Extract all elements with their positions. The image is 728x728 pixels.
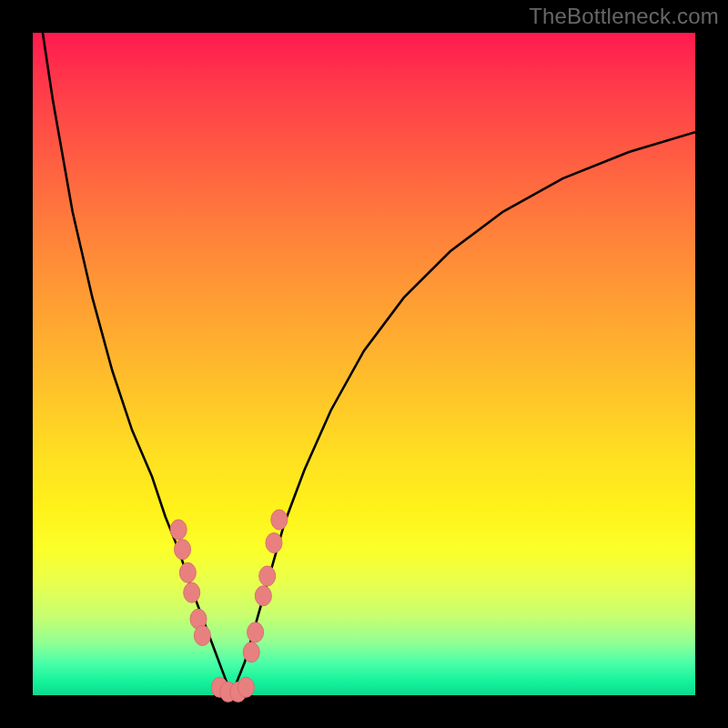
- watermark-text: TheBottleneck.com: [529, 4, 719, 29]
- gpu-marker: [271, 510, 288, 530]
- gpu-marker: [194, 625, 210, 645]
- gpu-marker: [175, 540, 191, 560]
- chart-overlay: [33, 33, 695, 695]
- gpu-marker: [243, 642, 259, 662]
- gpu-markers-group: [170, 510, 288, 702]
- gpu-marker: [170, 520, 187, 540]
- gpu-marker: [266, 533, 282, 553]
- gpu-marker: [259, 566, 276, 586]
- gpu-marker: [238, 677, 254, 697]
- bottleneck-curve-left: [33, 0, 231, 695]
- chart-frame: TheBottleneck.com: [0, 0, 728, 728]
- bottleneck-curve-right: [231, 132, 695, 695]
- gpu-marker: [184, 582, 200, 602]
- gpu-marker: [179, 562, 196, 582]
- gpu-marker: [248, 622, 264, 642]
- gpu-marker: [255, 586, 271, 606]
